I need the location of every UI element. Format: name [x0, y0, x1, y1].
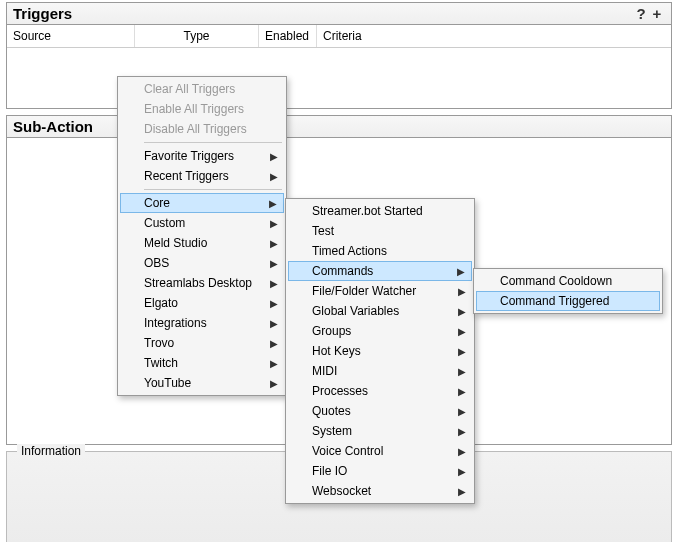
chevron-right-icon: ▶: [457, 266, 465, 277]
triggers-header: Triggers ? +: [7, 3, 671, 25]
menu-streamlabs[interactable]: Streamlabs Desktop▶: [120, 273, 284, 293]
menu-twitch[interactable]: Twitch▶: [120, 353, 284, 373]
chevron-right-icon: ▶: [270, 338, 278, 349]
chevron-right-icon: ▶: [458, 406, 466, 417]
chevron-right-icon: ▶: [458, 426, 466, 437]
menu-integrations[interactable]: Integrations▶: [120, 313, 284, 333]
help-icon[interactable]: ?: [633, 5, 649, 22]
chevron-right-icon: ▶: [458, 286, 466, 297]
menu-separator: [144, 142, 282, 143]
context-menu-triggers: Clear All Triggers Enable All Triggers D…: [117, 76, 287, 396]
chevron-right-icon: ▶: [458, 486, 466, 497]
menu-trovo[interactable]: Trovo▶: [120, 333, 284, 353]
column-enabled[interactable]: Enabled: [259, 25, 317, 47]
menu-globals[interactable]: Global Variables▶: [288, 301, 472, 321]
menu-obs[interactable]: OBS▶: [120, 253, 284, 273]
chevron-right-icon: ▶: [458, 306, 466, 317]
chevron-right-icon: ▶: [270, 358, 278, 369]
chevron-right-icon: ▶: [458, 346, 466, 357]
chevron-right-icon: ▶: [458, 326, 466, 337]
triggers-columns: Source Type Enabled Criteria: [7, 25, 671, 48]
menu-test[interactable]: Test: [288, 221, 472, 241]
menu-voice[interactable]: Voice Control▶: [288, 441, 472, 461]
context-menu-core: Streamer.bot Started Test Timed Actions …: [285, 198, 475, 504]
chevron-right-icon: ▶: [270, 318, 278, 329]
menu-youtube[interactable]: YouTube▶: [120, 373, 284, 393]
menu-favorite[interactable]: Favorite Triggers▶: [120, 146, 284, 166]
menu-separator: [144, 189, 282, 190]
menu-midi[interactable]: MIDI▶: [288, 361, 472, 381]
chevron-right-icon: ▶: [270, 218, 278, 229]
column-type[interactable]: Type: [135, 25, 259, 47]
menu-clear-all: Clear All Triggers: [120, 79, 284, 99]
chevron-right-icon: ▶: [269, 198, 277, 209]
menu-command-triggered[interactable]: Command Triggered: [476, 291, 660, 311]
information-title: Information: [17, 444, 85, 458]
chevron-right-icon: ▶: [270, 298, 278, 309]
chevron-right-icon: ▶: [270, 151, 278, 162]
menu-hotkeys[interactable]: Hot Keys▶: [288, 341, 472, 361]
menu-recent[interactable]: Recent Triggers▶: [120, 166, 284, 186]
menu-system[interactable]: System▶: [288, 421, 472, 441]
add-trigger-icon[interactable]: +: [649, 5, 665, 22]
chevron-right-icon: ▶: [458, 466, 466, 477]
chevron-right-icon: ▶: [458, 366, 466, 377]
triggers-title: Triggers: [13, 5, 72, 22]
menu-streamerbot-started[interactable]: Streamer.bot Started: [288, 201, 472, 221]
menu-elgato[interactable]: Elgato▶: [120, 293, 284, 313]
menu-groups[interactable]: Groups▶: [288, 321, 472, 341]
chevron-right-icon: ▶: [270, 238, 278, 249]
triggers-panel: Triggers ? + Source Type Enabled Criteri…: [6, 2, 672, 109]
menu-enable-all: Enable All Triggers: [120, 99, 284, 119]
menu-filefolder[interactable]: File/Folder Watcher▶: [288, 281, 472, 301]
context-menu-commands: Command Cooldown Command Triggered: [473, 268, 663, 314]
chevron-right-icon: ▶: [270, 278, 278, 289]
column-criteria[interactable]: Criteria: [317, 25, 671, 47]
menu-timed-actions[interactable]: Timed Actions: [288, 241, 472, 261]
chevron-right-icon: ▶: [270, 378, 278, 389]
menu-processes[interactable]: Processes▶: [288, 381, 472, 401]
menu-meld[interactable]: Meld Studio▶: [120, 233, 284, 253]
subactions-title: Sub-Action: [7, 116, 671, 138]
menu-core[interactable]: Core▶: [120, 193, 284, 213]
menu-fileio[interactable]: File IO▶: [288, 461, 472, 481]
column-source[interactable]: Source: [7, 25, 135, 47]
menu-command-cooldown[interactable]: Command Cooldown: [476, 271, 660, 291]
chevron-right-icon: ▶: [270, 171, 278, 182]
triggers-body[interactable]: [7, 48, 671, 108]
menu-disable-all: Disable All Triggers: [120, 119, 284, 139]
menu-custom[interactable]: Custom▶: [120, 213, 284, 233]
menu-websocket[interactable]: Websocket▶: [288, 481, 472, 501]
chevron-right-icon: ▶: [458, 386, 466, 397]
chevron-right-icon: ▶: [458, 446, 466, 457]
menu-quotes[interactable]: Quotes▶: [288, 401, 472, 421]
chevron-right-icon: ▶: [270, 258, 278, 269]
menu-commands[interactable]: Commands▶: [288, 261, 472, 281]
